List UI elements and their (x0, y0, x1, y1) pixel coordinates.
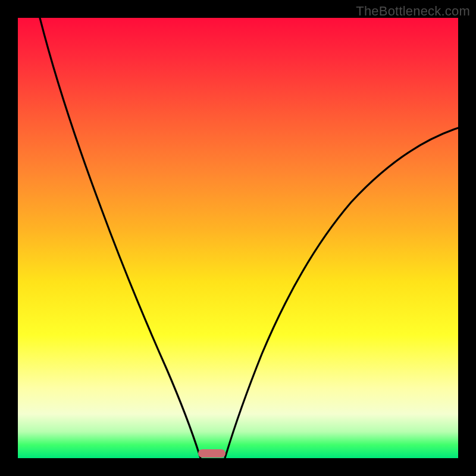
curve-left-path (40, 18, 201, 458)
watermark-text: TheBottleneck.com (356, 4, 470, 19)
min-marker (198, 449, 226, 458)
bottleneck-curve (18, 18, 458, 458)
chart-frame: TheBottleneck.com (0, 0, 476, 476)
plot-area (18, 18, 458, 458)
curve-right-path (225, 128, 458, 458)
